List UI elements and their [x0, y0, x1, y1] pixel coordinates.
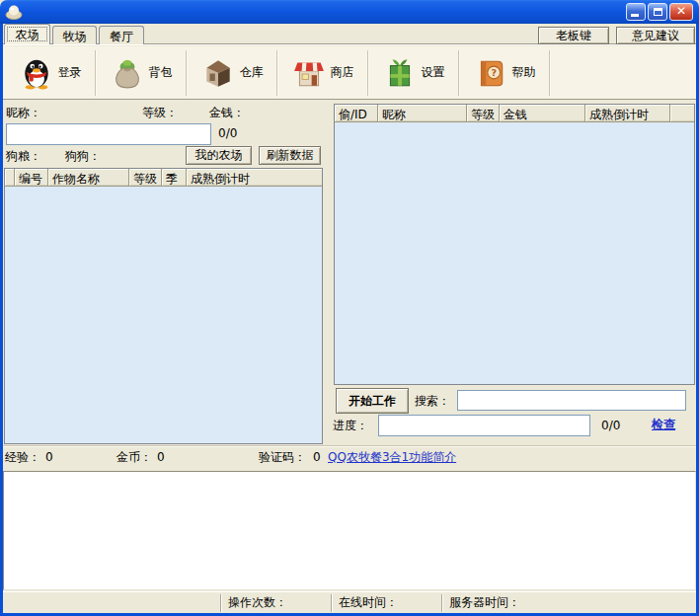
money-bag-icon: [111, 56, 144, 90]
backpack-button[interactable]: 背包: [97, 48, 186, 98]
help-button[interactable]: ? 帮助: [460, 48, 549, 98]
nickname-label: 昵称：: [6, 106, 41, 120]
close-icon: ✕: [676, 4, 686, 18]
main-toolbar: 登录 背包 仓库: [3, 46, 696, 100]
boss-key-button[interactable]: 老板键: [538, 27, 609, 44]
exp-value: 0: [45, 450, 53, 465]
crops-col-countdown[interactable]: 成熟倒计时: [187, 169, 322, 186]
svg-text:?: ?: [491, 67, 497, 78]
captcha-value: 0: [313, 450, 321, 465]
check-link[interactable]: 检查: [652, 418, 675, 432]
gold-value: 0: [157, 450, 165, 465]
intro-link[interactable]: QQ农牧餐3合1功能简介: [328, 450, 456, 465]
status-panel-blank: [3, 594, 220, 612]
warehouse-button[interactable]: 仓库: [188, 48, 276, 98]
friends-table-body[interactable]: [335, 122, 694, 384]
login-label: 登录: [58, 64, 82, 81]
friends-col-extra[interactable]: [670, 105, 694, 121]
tab-restaurant-label: 餐厅: [110, 30, 133, 43]
money-value: 0/0: [218, 126, 237, 141]
login-button[interactable]: 登录: [6, 48, 95, 98]
progress-label: 进度：: [333, 419, 368, 433]
backpack-label: 背包: [149, 64, 173, 81]
gold-label: 金币：: [116, 450, 152, 465]
app-icon: [5, 3, 23, 21]
minimize-icon: [631, 14, 639, 17]
crops-col-id[interactable]: 编号: [15, 169, 48, 186]
qq-penguin-icon: [20, 56, 53, 90]
friends-col-countdown[interactable]: 成熟倒计时: [585, 105, 670, 121]
tab-restaurant[interactable]: 餐厅: [99, 26, 144, 44]
feedback-button[interactable]: 意见建议: [616, 27, 695, 44]
stats-divider: [3, 445, 696, 447]
friends-col-nickname[interactable]: 昵称: [378, 105, 467, 121]
maximize-button[interactable]: [648, 3, 667, 21]
friends-col-steal-id[interactable]: 偷/ID: [335, 105, 378, 121]
crops-table-body[interactable]: [5, 187, 322, 443]
maximize-icon: [654, 8, 662, 16]
progress-input[interactable]: [378, 415, 590, 436]
money-label: 金钱：: [209, 106, 245, 120]
settings-label: 设置: [422, 64, 445, 81]
level-label: 等级：: [142, 106, 178, 120]
search-input[interactable]: [457, 390, 686, 411]
start-work-button[interactable]: 开始工作: [336, 388, 409, 414]
shop-label: 商店: [331, 64, 354, 81]
tab-farm-label: 农场: [16, 28, 39, 41]
crops-col-name[interactable]: 作物名称: [48, 169, 129, 186]
warehouse-label: 仓库: [240, 64, 264, 81]
close-button[interactable]: ✕: [669, 3, 693, 21]
crops-col-selector[interactable]: [5, 169, 15, 186]
refresh-data-button[interactable]: 刷新数据: [259, 146, 321, 165]
friends-col-money[interactable]: 金钱: [500, 105, 585, 121]
app-window: ✕ 农场 牧场 餐厅 老板键 意见建议 登录: [0, 0, 699, 616]
status-ops: 操作次数：: [222, 594, 331, 612]
shop-icon: [292, 56, 326, 90]
shop-button[interactable]: 商店: [278, 48, 367, 98]
warehouse-icon: [201, 56, 235, 90]
title-bar[interactable]: ✕: [0, 0, 699, 24]
exp-label: 经验：: [5, 450, 40, 465]
progress-count: 0/0: [601, 419, 620, 433]
nickname-input[interactable]: [6, 123, 211, 145]
search-label: 搜索：: [415, 394, 450, 409]
tab-ranch-label: 牧场: [63, 30, 87, 43]
tab-farm[interactable]: 农场: [4, 24, 50, 44]
status-online-time: 在线时间：: [333, 594, 441, 612]
settings-button[interactable]: 设置: [369, 48, 458, 98]
status-bar: 操作次数： 在线时间： 服务器时间：: [3, 591, 696, 613]
crops-table[interactable]: 编号 作物名称 等级 季 成熟倒计时: [4, 168, 323, 444]
toolbar-separator: [549, 50, 551, 96]
status-server-time: 服务器时间：: [443, 594, 696, 612]
crops-col-level[interactable]: 等级: [129, 169, 162, 186]
help-book-icon: ?: [474, 56, 507, 90]
minimize-button[interactable]: [626, 3, 646, 21]
my-farm-button[interactable]: 我的农场: [186, 146, 252, 165]
friends-table-header: 偷/ID 昵称 等级 金钱 成熟倒计时: [335, 105, 694, 122]
green-box-icon: [383, 56, 417, 90]
captcha-label: 验证码：: [259, 450, 306, 465]
crops-table-header: 编号 作物名称 等级 季 成熟倒计时: [5, 169, 322, 187]
friends-table[interactable]: 偷/ID 昵称 等级 金钱 成熟倒计时: [334, 104, 695, 385]
friends-col-level[interactable]: 等级: [467, 105, 500, 121]
dog-label: 狗狗：: [65, 149, 101, 164]
dogfood-label: 狗粮：: [6, 149, 41, 164]
log-textarea[interactable]: [3, 471, 696, 590]
crops-col-season[interactable]: 季: [162, 169, 187, 186]
help-label: 帮助: [512, 64, 536, 81]
tab-ranch[interactable]: 牧场: [52, 26, 97, 44]
